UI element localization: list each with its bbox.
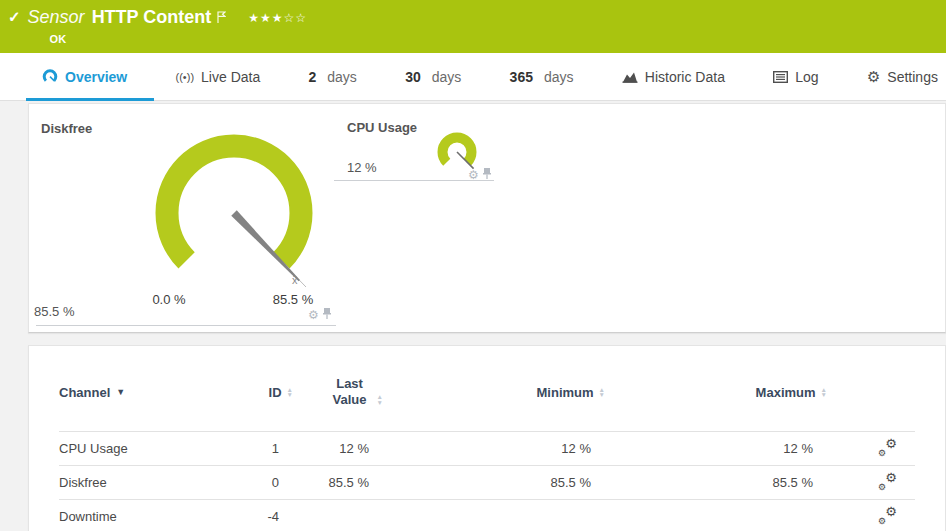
cell-id: -4 xyxy=(249,509,293,524)
column-header-last-value[interactable]: Last Value ▲▼ xyxy=(293,376,383,408)
column-header-channel[interactable]: Channel ▼ xyxy=(59,385,249,400)
prtg-sensor-page: ✓ Sensor HTTP Content ★★★☆☆ OK Overview xyxy=(0,0,946,101)
tab-unit: days xyxy=(432,69,462,85)
gauges-panel: Diskfree x̄ 0.0 % 85.5 % 85.5 % ⚙ xyxy=(28,103,946,333)
banner-title-row: Sensor HTTP Content ★★★☆☆ xyxy=(28,6,308,29)
table-row-diskfree[interactable]: Diskfree 0 85.5 % 85.5 % 85.5 % ⚙⚙ xyxy=(59,465,915,499)
tile-divider xyxy=(36,325,336,326)
column-header-id[interactable]: ID ▲▼ xyxy=(249,385,293,400)
tab-unit: days xyxy=(544,69,574,85)
gauge-title: Diskfree xyxy=(41,121,92,136)
tab-label: Historic Data xyxy=(645,69,725,85)
gauge-title: CPU Usage xyxy=(347,120,417,135)
area-chart-icon xyxy=(622,70,638,83)
gauge-tile-cpu-usage: CPU Usage 12 % ⚙ xyxy=(338,116,496,181)
sensor-status-text: OK xyxy=(50,33,308,45)
column-label: Last Value xyxy=(328,376,372,408)
column-label: Maximum xyxy=(756,385,816,400)
cell-last-value: 12 % xyxy=(293,441,383,456)
gauge-value: 85.5 % xyxy=(34,304,74,319)
column-label: ID xyxy=(269,385,282,400)
stars-filled: ★★★ xyxy=(248,11,283,25)
cell-actions: ⚙⚙ xyxy=(827,473,915,492)
column-header-minimum[interactable]: Minimum ▲▼ xyxy=(383,385,605,400)
tab-number: 30 xyxy=(405,69,421,85)
column-header-maximum[interactable]: Maximum ▲▼ xyxy=(605,385,827,400)
tab-live-data[interactable]: ((•)) Live Data xyxy=(176,69,261,85)
cell-maximum: 85.5 % xyxy=(605,475,827,490)
priority-stars[interactable]: ★★★☆☆ xyxy=(248,7,307,29)
average-marker: x̄ xyxy=(292,274,298,286)
gauge-value: 12 % xyxy=(347,160,377,175)
gauge-scale-min: 0.0 % xyxy=(139,292,199,307)
tab-2-days[interactable]: 2 days xyxy=(309,69,357,85)
status-ok-check-icon: ✓ xyxy=(8,8,21,26)
tab-number: 2 xyxy=(309,69,317,85)
gauge-tile-tools: ⚙ xyxy=(468,166,492,184)
gauge-settings-gear-icon[interactable]: ⚙ xyxy=(308,308,319,322)
channel-settings-gears-icon[interactable]: ⚙⚙ xyxy=(879,473,897,489)
cell-id: 0 xyxy=(249,475,293,490)
gauge-icon xyxy=(42,69,58,85)
sensor-status-banner: ✓ Sensor HTTP Content ★★★☆☆ OK xyxy=(0,0,946,53)
tile-divider xyxy=(334,180,494,181)
tab-settings[interactable]: ⚙ Settings xyxy=(867,69,938,85)
tab-30-days[interactable]: 30 days xyxy=(405,69,461,85)
table-row-downtime[interactable]: Downtime -4 ⚙⚙ xyxy=(59,499,915,531)
log-list-icon xyxy=(773,71,788,83)
sorted-desc-icon: ▼ xyxy=(116,387,125,397)
channel-table: Channel ▼ ID ▲▼ Last Value ▲▼ Minimum ▲▼ xyxy=(29,346,945,531)
cell-actions: ⚙⚙ xyxy=(827,439,915,458)
cell-channel[interactable]: Downtime xyxy=(59,509,249,524)
cell-actions: ⚙⚙ xyxy=(827,507,915,526)
tab-label: Live Data xyxy=(201,69,260,85)
gauge-tile-diskfree: Diskfree x̄ 0.0 % 85.5 % 85.5 % ⚙ xyxy=(34,116,336,326)
channel-table-header: Channel ▼ ID ▲▼ Last Value ▲▼ Minimum ▲▼ xyxy=(59,346,915,431)
cell-id: 1 xyxy=(249,441,293,456)
tab-historic-data[interactable]: Historic Data xyxy=(622,69,725,85)
flag-icon[interactable] xyxy=(217,7,226,29)
pin-icon[interactable] xyxy=(482,166,492,184)
stars-empty: ☆☆ xyxy=(284,11,308,25)
cell-minimum: 12 % xyxy=(383,441,605,456)
column-label: Minimum xyxy=(537,385,594,400)
channels-panel: Channel ▼ ID ▲▼ Last Value ▲▼ Minimum ▲▼ xyxy=(28,345,946,531)
pin-icon[interactable] xyxy=(322,306,332,324)
sensor-title: HTTP Content xyxy=(92,6,212,28)
tab-overview[interactable]: Overview xyxy=(42,69,127,85)
table-row-cpu-usage[interactable]: CPU Usage 1 12 % 12 % 12 % ⚙⚙ xyxy=(59,431,915,465)
gauge-tile-tools: ⚙ xyxy=(308,306,332,324)
cell-channel[interactable]: CPU Usage xyxy=(59,441,249,456)
gear-icon: ⚙ xyxy=(867,70,880,84)
sensor-kind-label: Sensor xyxy=(28,6,85,28)
cell-maximum: 12 % xyxy=(605,441,827,456)
live-data-icon: ((•)) xyxy=(176,71,195,83)
tab-label: Settings xyxy=(887,69,938,85)
tab-365-days[interactable]: 365 days xyxy=(510,69,574,85)
tab-label: Overview xyxy=(65,69,127,85)
channel-settings-gears-icon[interactable]: ⚙⚙ xyxy=(879,507,897,523)
gauge-scale-max: 85.5 % xyxy=(263,292,323,307)
banner-main: Sensor HTTP Content ★★★☆☆ OK xyxy=(28,6,308,45)
tab-unit: days xyxy=(327,69,357,85)
tab-bar: Overview ((•)) Live Data 2 days 30 days … xyxy=(0,53,946,101)
tab-label: Log xyxy=(795,69,818,85)
diskfree-gauge xyxy=(139,135,329,305)
tab-number: 365 xyxy=(510,69,533,85)
cell-minimum: 85.5 % xyxy=(383,475,605,490)
cell-channel[interactable]: Diskfree xyxy=(59,475,249,490)
content-area: Diskfree x̄ 0.0 % 85.5 % 85.5 % ⚙ xyxy=(0,101,946,531)
channel-settings-gears-icon[interactable]: ⚙⚙ xyxy=(879,439,897,455)
column-label: Channel xyxy=(59,385,110,400)
tab-log[interactable]: Log xyxy=(773,69,818,85)
sort-icon: ▲▼ xyxy=(821,387,827,398)
cell-last-value: 85.5 % xyxy=(293,475,383,490)
